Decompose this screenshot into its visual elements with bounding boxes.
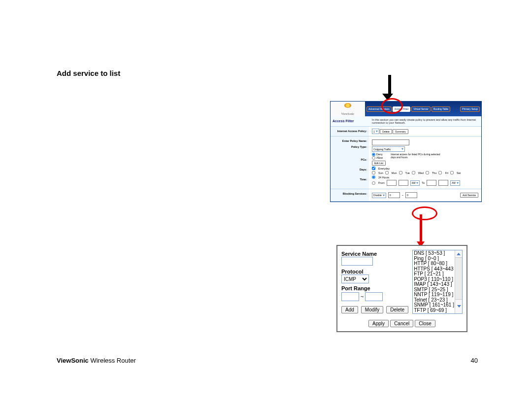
policy-section-label: Internet Access Policy: [331,127,369,136]
mon-label: Mon [392,171,397,174]
pcs-label: PCs: [332,158,367,161]
sat-checkbox[interactable] [450,171,454,174]
add-service-button[interactable]: Add Service [460,193,478,198]
protocol-label: Protocol [341,269,408,274]
tab-advanced-wireless[interactable]: Advanced Wireless [366,106,392,112]
add-service-dialog: Service Name Protocol ICMP Port Range ~ … [336,245,467,332]
blocking-port-a-input[interactable] [388,192,400,198]
delete-service-button[interactable]: Delete [386,306,408,313]
days-label: Days: [332,168,367,171]
apply-button[interactable]: Apply [368,320,389,327]
blocking-disable-select[interactable]: Disable [372,193,386,198]
fri-label: Fri [445,171,448,174]
allow-label: Allow [376,156,383,159]
service-list-item[interactable]: FTP [ 21~21 ] [414,272,461,277]
service-list-item[interactable]: DNS [ 53~53 ] [414,251,461,256]
cancel-button[interactable]: Cancel [390,320,413,327]
enter-policy-name-label: Enter Policy Name: [332,139,367,142]
highlight-arrow-icon [418,214,425,247]
everyday-label: Everyday [378,167,390,170]
page-title: Add service to list [57,69,120,77]
highlight-ring-icon [412,206,437,220]
delete-policy-button[interactable]: Delete [380,129,392,134]
allow-radio[interactable] [372,156,375,160]
port-range-start-input[interactable] [341,292,359,301]
from-ampm-select[interactable]: AM [410,180,420,186]
sun-label: Sun [378,171,383,174]
policy-type-select[interactable]: Outgoing Traffic [372,146,405,152]
policy-name-input[interactable] [372,139,409,145]
service-list-item[interactable]: HTTP [ 80~80 ] [414,261,461,267]
time-label: Time: [332,178,367,181]
arrow-down-icon [386,75,393,101]
tab-virtual-server[interactable]: Virtual Server [411,106,430,112]
to-ampm-select[interactable]: AM [450,180,460,186]
deny-label: Deny [376,153,383,156]
port-range-label: Port Range [341,285,408,291]
scroll-up-icon[interactable] [455,250,462,258]
sun-checkbox[interactable] [372,171,375,174]
service-list-item[interactable]: TFTP [ 69~69 ] [414,308,461,313]
service-list-item[interactable]: SNMP [ 161~161 ] [414,303,461,308]
fri-checkbox[interactable] [438,171,442,174]
add-button[interactable]: Add [341,306,358,313]
service-name-input[interactable] [341,257,373,266]
service-listbox[interactable]: DNS [ 53~53 ]Ping [ 0~0 ]HTTP [ 80~80 ]H… [412,250,463,314]
router-admin-screenshot: ViewSonic Advanced Wireless Access Filte… [330,101,482,202]
summary-button[interactable]: Summary [393,129,408,134]
thu-checkbox[interactable] [426,171,429,174]
blocking-services-label: Blocking Services: [331,189,369,201]
close-button[interactable]: Close [415,320,435,327]
edit-list-button[interactable]: Edit List [372,161,386,166]
protocol-select[interactable]: ICMP [341,274,369,283]
service-list-item[interactable]: NNTP [ 119~119 ] [414,292,461,298]
policy-type-label: Policy Type: [332,145,367,148]
footer-page-number: 40 [471,357,478,364]
intro-text: In this section you can easily create po… [369,116,481,126]
wed-checkbox[interactable] [412,171,415,174]
sat-label: Sat [457,171,461,174]
24h-radio[interactable] [372,175,375,179]
service-name-label: Service Name [341,251,408,257]
blocking-port-b-input[interactable] [405,192,417,198]
to-label: To [422,181,425,184]
policy-number-select[interactable]: 1 [372,129,379,134]
scroll-down-icon[interactable] [455,299,463,313]
mon-checkbox[interactable] [385,171,389,174]
tilde-label: ~ [361,294,364,300]
from-label: From [378,181,385,184]
port-range-end-input[interactable] [365,292,383,301]
service-list-item[interactable]: IMAP [ 143~143 ] [414,282,461,287]
to-min-input[interactable] [438,180,448,186]
tab-primary-setup[interactable]: Primary Setup [460,106,480,112]
from-hour-input[interactable] [387,180,397,186]
24h-label: 24 Hours [378,176,389,179]
thu-label: Thu [432,171,436,174]
modify-button[interactable]: Modify [361,306,383,313]
to-hour-input[interactable] [427,180,436,186]
tue-label: Tue [405,171,410,174]
from-radio[interactable] [372,181,375,185]
tab-access-filter[interactable]: Access Filter [393,106,411,112]
intro-label: Access Filter [331,116,369,126]
footer-brand: ViewSonic Wireless Router [57,357,136,364]
scrollbar[interactable] [455,250,462,313]
deny-radio[interactable] [372,153,375,156]
wed-label: Wed [418,171,424,174]
everyday-checkbox[interactable] [372,167,375,170]
access-hint: Internet access for listed PCs during se… [391,153,445,159]
tab-routing-table[interactable]: Routing Table [432,106,451,112]
tue-checkbox[interactable] [399,171,402,174]
from-min-input[interactable] [399,180,408,186]
brand-logo: ViewSonic [331,102,365,116]
